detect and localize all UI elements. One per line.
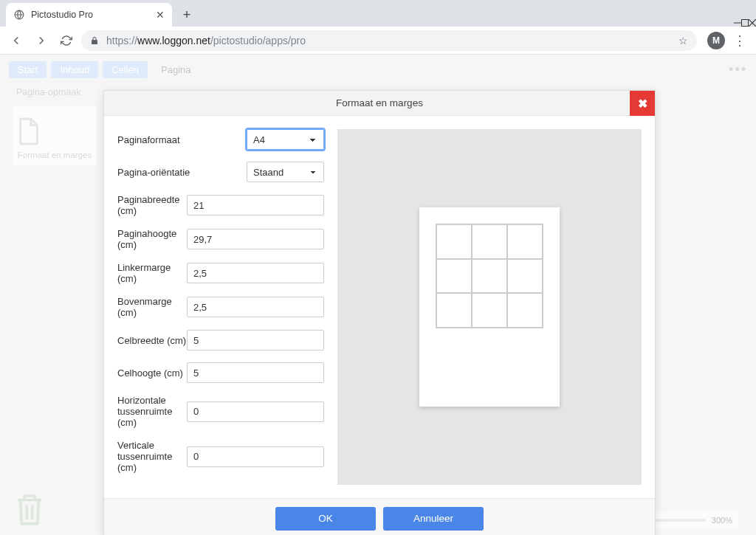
new-tab-button[interactable]: +: [176, 4, 197, 25]
input-htussen[interactable]: [187, 401, 324, 422]
label-paginabreedte: Paginabreedte (cm): [117, 194, 187, 216]
select-paginaformaat[interactable]: A4: [247, 129, 324, 150]
browser-addressbar: https://www.loggon.net/pictostudio/apps/…: [0, 27, 756, 55]
label-bovenmarge: Bovenmarge (cm): [117, 296, 187, 318]
url-text: https://www.loggon.net/pictostudio/apps/…: [106, 35, 306, 46]
browser-tab[interactable]: Pictostudio Pro ✕: [6, 3, 172, 27]
back-button[interactable]: [6, 30, 27, 51]
page-preview: [419, 207, 560, 407]
window-maximize-button[interactable]: [741, 19, 749, 27]
omnibox[interactable]: https://www.loggon.net/pictostudio/apps/…: [81, 30, 697, 51]
svg-rect-2: [742, 20, 749, 27]
profile-avatar[interactable]: M: [707, 32, 725, 49]
form-column: Paginaformaat A4 Pagina-oriëntatie Staan…: [117, 129, 324, 485]
kebab-menu-icon[interactable]: ⋮: [729, 30, 750, 51]
input-linkermarge[interactable]: [187, 263, 324, 283]
select-orientatie[interactable]: Staand: [247, 162, 324, 182]
tab-title: Pictostudio Pro: [31, 10, 93, 20]
close-icon[interactable]: ✕: [156, 9, 165, 21]
label-htussen: Horizontale tussenruimte (cm): [117, 395, 187, 428]
input-celhoogte[interactable]: [187, 362, 324, 383]
input-paginabreedte[interactable]: [187, 195, 324, 215]
dialog-footer: OK Annuleer: [104, 498, 655, 535]
input-vtussen[interactable]: [187, 446, 324, 467]
input-bovenmarge[interactable]: [187, 297, 324, 317]
input-paginahoogte[interactable]: [187, 229, 324, 249]
globe-icon: [13, 9, 25, 21]
label-linkermarge: Linkermarge (cm): [117, 262, 187, 284]
label-paginaformaat: Paginaformaat: [117, 134, 247, 145]
browser-tabstrip: Pictostudio Pro ✕ +: [0, 0, 756, 27]
dialog-formaat-marges: Formaat en marges ✖ Paginaformaat A4 Pag…: [103, 90, 656, 535]
page-preview-pane: [337, 129, 642, 485]
reload-button[interactable]: [56, 30, 77, 51]
window-minimize-button[interactable]: [734, 19, 741, 27]
page-grid: [436, 224, 543, 328]
bookmark-icon[interactable]: ☆: [678, 35, 688, 46]
dialog-title: Formaat en marges: [336, 97, 423, 108]
label-vtussen: Verticale tussenruimte (cm): [117, 440, 187, 473]
label-orientatie: Pagina-oriëntatie: [117, 167, 247, 178]
lock-icon: [90, 36, 99, 45]
label-celbreedte: Celbreedte (cm): [117, 335, 187, 346]
ok-button[interactable]: OK: [275, 507, 376, 531]
forward-button[interactable]: [31, 30, 52, 51]
input-celbreedte[interactable]: [187, 330, 324, 351]
label-paginahoogte: Paginahoogte (cm): [117, 228, 187, 250]
dialog-header: Formaat en marges ✖: [104, 91, 655, 116]
window-close-button[interactable]: [749, 19, 756, 27]
label-celhoogte: Celhoogte (cm): [117, 367, 187, 379]
cancel-button[interactable]: Annuleer: [383, 507, 484, 531]
dialog-close-button[interactable]: ✖: [630, 91, 655, 116]
